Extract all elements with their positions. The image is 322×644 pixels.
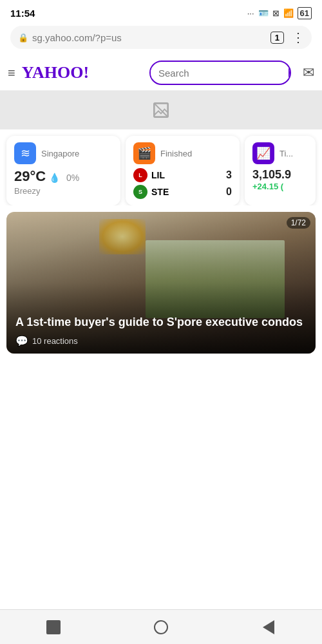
address-url: sg.yahoo.com/?p=us (32, 32, 122, 43)
tab-count[interactable]: 1 (270, 32, 284, 44)
placeholder-area (0, 91, 322, 129)
team1-score: 3 (226, 169, 232, 181)
sports-header: 🎬 Finished (133, 142, 232, 164)
search-button[interactable] (289, 61, 291, 85)
team2-name: STE (151, 187, 169, 197)
menu-dots[interactable]: ⋮ (292, 30, 304, 45)
weather-icon: ≋ (14, 142, 36, 164)
battery-level: 61 (298, 7, 312, 19)
reactions-count: 10 reactions (32, 336, 78, 346)
lock-icon: 🔒 (18, 33, 28, 43)
back-icon (263, 620, 274, 634)
widgets-row: ≋ Singapore 29°C 💧 0% Breezy 🎬 Finished … (0, 129, 322, 205)
finance-change: +24.15 ( (252, 182, 308, 191)
team1-name: LIL (151, 170, 165, 180)
weather-desc: Breezy (14, 186, 113, 196)
address-bar-container: 🔒 sg.yahoo.com/?p=us 1 ⋮ (0, 23, 322, 55)
yahoo-logo: YAHOO! (22, 63, 90, 82)
weather-rain: 0% (66, 173, 79, 183)
address-left: 🔒 sg.yahoo.com/?p=us (18, 32, 122, 43)
search-bar[interactable] (149, 61, 291, 85)
finance-icon: 📈 (252, 142, 274, 164)
stop-icon (46, 620, 61, 634)
wifi-icon: 📶 (283, 8, 294, 18)
stop-button[interactable] (41, 614, 66, 640)
sports-status: Finished (160, 149, 192, 158)
sports-team2: S STE (133, 185, 169, 199)
sports-team1-row: L LIL 3 (133, 168, 232, 182)
sports-team1: L LIL (133, 168, 165, 182)
finance-widget[interactable]: 📈 Ti... 3,105.9 +24.15 ( (245, 136, 316, 205)
sports-icon: 🎬 (133, 142, 155, 164)
mail-icon[interactable]: ✉ (303, 64, 314, 81)
broken-image-icon (151, 100, 171, 120)
reactions-icon: 💬 (15, 335, 28, 347)
finance-value: 3,105.9 (252, 168, 308, 182)
weather-temp: 29°C (14, 168, 46, 184)
status-time: 11:54 (10, 8, 35, 19)
signal-icon: ··· (247, 8, 254, 18)
bottom-nav (0, 609, 322, 644)
hamburger-icon[interactable]: ≡ (8, 66, 15, 80)
news-reactions: 💬 10 reactions (15, 335, 307, 347)
sports-widget[interactable]: 🎬 Finished L LIL 3 S STE 0 (126, 136, 240, 205)
yahoo-header: ≡ YAHOO! ✉ (0, 55, 322, 91)
news-counter: 1/72 (287, 217, 310, 229)
status-bar: 11:54 ··· 🪪 ⊠ 📶 61 (0, 0, 322, 23)
weather-location: Singapore (41, 149, 79, 158)
back-button[interactable] (256, 614, 281, 640)
weather-header: ≋ Singapore (14, 142, 113, 164)
address-right: 1 ⋮ (270, 30, 304, 45)
ste-badge: S (133, 185, 147, 199)
weather-widget[interactable]: ≋ Singapore 29°C 💧 0% Breezy (6, 136, 120, 205)
home-button[interactable] (148, 614, 174, 640)
sports-team2-row: S STE 0 (133, 185, 232, 199)
search-input[interactable] (151, 68, 289, 79)
lil-badge: L (133, 168, 147, 182)
address-bar[interactable]: 🔒 sg.yahoo.com/?p=us 1 ⋮ (10, 26, 312, 49)
weather-temp-row: 29°C 💧 0% (14, 168, 113, 185)
rain-icon: 💧 (49, 173, 60, 183)
sim-icon: 🪪 (258, 8, 269, 18)
news-title: A 1st-time buyer's guide to S'pore execu… (15, 315, 307, 330)
team2-score: 0 (226, 186, 232, 198)
home-icon (154, 620, 168, 634)
status-icons: ··· 🪪 ⊠ 📶 61 (247, 7, 312, 19)
finance-header: 📈 Ti... (252, 142, 308, 164)
finance-ticker: Ti... (279, 149, 293, 158)
news-card[interactable]: 1/72 A 1st-time buyer's guide to S'pore … (6, 212, 316, 354)
news-content: A 1st-time buyer's guide to S'pore execu… (6, 307, 316, 354)
battery-status-icon: ⊠ (272, 8, 279, 18)
empty-area (0, 354, 322, 502)
